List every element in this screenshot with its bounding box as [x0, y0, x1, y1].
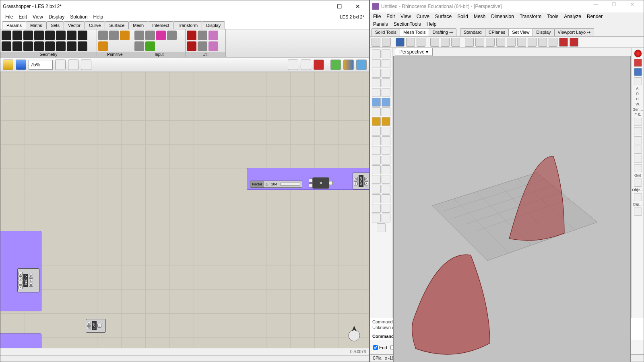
- ribbon-icon[interactable]: [67, 31, 76, 40]
- tool-icon[interactable]: [372, 49, 381, 58]
- panel-icon[interactable]: [634, 77, 642, 85]
- tool-icon[interactable]: [372, 59, 381, 68]
- port[interactable]: L: [29, 278, 33, 282]
- render-icon[interactable]: [634, 49, 642, 58]
- ribbon-icon[interactable]: [187, 41, 196, 51]
- tool-icon[interactable]: [382, 165, 390, 174]
- gh-maximize-button[interactable]: ☐: [330, 1, 349, 12]
- ribbon-icon[interactable]: [23, 41, 33, 51]
- port[interactable]: D: [29, 283, 33, 287]
- zoom-extents-button[interactable]: [55, 60, 66, 70]
- status-cell[interactable]: CPla: [372, 356, 383, 360]
- rh-minimize-button[interactable]: —: [587, 2, 605, 11]
- tool-icon[interactable]: [372, 88, 381, 97]
- display-mode-button[interactable]: [288, 60, 298, 70]
- ribbon-icon[interactable]: [98, 41, 108, 51]
- gh-tab-vector[interactable]: Vector: [64, 21, 85, 29]
- ribbon-icon[interactable]: [34, 31, 44, 40]
- rh-maximize-button[interactable]: ☐: [605, 2, 623, 11]
- tb-icon[interactable]: [538, 38, 547, 47]
- tool-icon[interactable]: [382, 59, 390, 68]
- gh-menu-edit[interactable]: Edit: [19, 14, 27, 20]
- ribbon-icon[interactable]: [67, 41, 76, 51]
- port-in[interactable]: G: [354, 177, 358, 181]
- rh-tab-setview[interactable]: Set View: [508, 28, 533, 36]
- rh-menu-view[interactable]: View: [400, 14, 411, 19]
- port[interactable]: K: [19, 285, 23, 289]
- tb-icon[interactable]: [549, 38, 557, 47]
- gh-menu-help[interactable]: Help: [93, 14, 103, 20]
- tool-icon[interactable]: [382, 107, 390, 116]
- port[interactable]: D: [19, 276, 23, 280]
- save-button[interactable]: [16, 60, 26, 70]
- number-slider[interactable]: Factor ◇ 104: [250, 181, 302, 188]
- port-in[interactable]: [309, 183, 313, 187]
- tb-icon[interactable]: [417, 38, 425, 47]
- preview-blue-button[interactable]: [356, 60, 367, 70]
- tb-icon[interactable]: [559, 38, 568, 47]
- preview-red-button[interactable]: [314, 60, 324, 70]
- gh-tab-curve[interactable]: Curve: [85, 21, 105, 29]
- panel-icon[interactable]: [634, 155, 642, 163]
- tool-icon[interactable]: [372, 194, 381, 203]
- intcrv-component-1[interactable]: VDPK IntCrv CLD: [17, 268, 39, 292]
- tool-icon[interactable]: [372, 156, 381, 165]
- gh-tab-params[interactable]: Params: [2, 21, 26, 29]
- rh-menu-sectiontools[interactable]: SectionTools: [394, 21, 421, 27]
- preview-green-button[interactable]: [330, 60, 341, 70]
- gh-tab-sets[interactable]: Sets: [46, 21, 64, 29]
- open-button[interactable]: [3, 60, 13, 70]
- ribbon-icon[interactable]: [109, 31, 119, 40]
- zoom-select[interactable]: [29, 60, 53, 70]
- properties-icon[interactable]: [634, 68, 642, 76]
- ribbon-icon[interactable]: [198, 41, 207, 51]
- tool-icon[interactable]: [382, 204, 390, 213]
- tool-icon[interactable]: [372, 107, 381, 116]
- rh-close-button[interactable]: ✕: [623, 2, 641, 11]
- tool-icon[interactable]: [382, 194, 390, 203]
- port-in[interactable]: [309, 179, 313, 183]
- port-in[interactable]: T: [354, 181, 358, 185]
- gh-menu-file[interactable]: File: [5, 14, 13, 20]
- tool-icon[interactable]: [372, 146, 381, 155]
- tool-icon[interactable]: [382, 156, 390, 165]
- tb-icon[interactable]: [451, 38, 460, 47]
- tb-icon[interactable]: [570, 38, 578, 47]
- rh-menu-tools[interactable]: Tools: [547, 14, 558, 19]
- port[interactable]: P: [19, 281, 23, 285]
- rh-menu-edit[interactable]: Edit: [386, 14, 395, 19]
- tool-icon[interactable]: [382, 69, 390, 78]
- panel-icon[interactable]: [634, 127, 642, 135]
- rh-menu-solid[interactable]: Solid: [457, 14, 468, 19]
- tool-icon[interactable]: [372, 127, 381, 136]
- tool-icon[interactable]: [372, 175, 381, 184]
- tool-icon[interactable]: [382, 117, 390, 126]
- ribbon-icon[interactable]: [45, 31, 55, 40]
- rh-tab-drafting[interactable]: Drafting ⇢: [429, 28, 456, 36]
- ribbon-icon[interactable]: [56, 41, 66, 51]
- gh-close-button[interactable]: ✕: [349, 1, 367, 12]
- tool-icon[interactable]: [382, 136, 390, 145]
- ribbon-icon[interactable]: [12, 41, 22, 51]
- gh-minimize-button[interactable]: —: [312, 1, 330, 12]
- rh-tab-meshtools[interactable]: Mesh Tools: [400, 28, 429, 36]
- preview-shaded-button[interactable]: [343, 60, 354, 70]
- panel-icon[interactable]: [634, 164, 642, 172]
- ribbon-icon[interactable]: [167, 31, 177, 40]
- gh-tab-maths[interactable]: Maths: [26, 21, 47, 29]
- port[interactable]: O: [87, 326, 91, 330]
- osnap-end[interactable]: End: [373, 345, 387, 350]
- rh-menu-panels[interactable]: Panels: [373, 21, 388, 27]
- tool-icon[interactable]: [382, 185, 390, 193]
- ribbon-icon[interactable]: [2, 41, 11, 51]
- ribbon-icon[interactable]: [78, 41, 87, 51]
- gh-tab-intersect[interactable]: Intersect: [148, 21, 173, 29]
- ribbon-icon[interactable]: [208, 41, 218, 51]
- tb-icon[interactable]: [465, 38, 474, 47]
- rh-tab-standard[interactable]: Standard: [460, 28, 485, 36]
- tool-icon[interactable]: [377, 223, 386, 232]
- rh-menu-curve[interactable]: Curve: [417, 14, 429, 19]
- tb-icon[interactable]: [486, 38, 495, 47]
- ribbon-icon[interactable]: [156, 31, 166, 40]
- gh-tab-transform[interactable]: Transform: [173, 21, 202, 29]
